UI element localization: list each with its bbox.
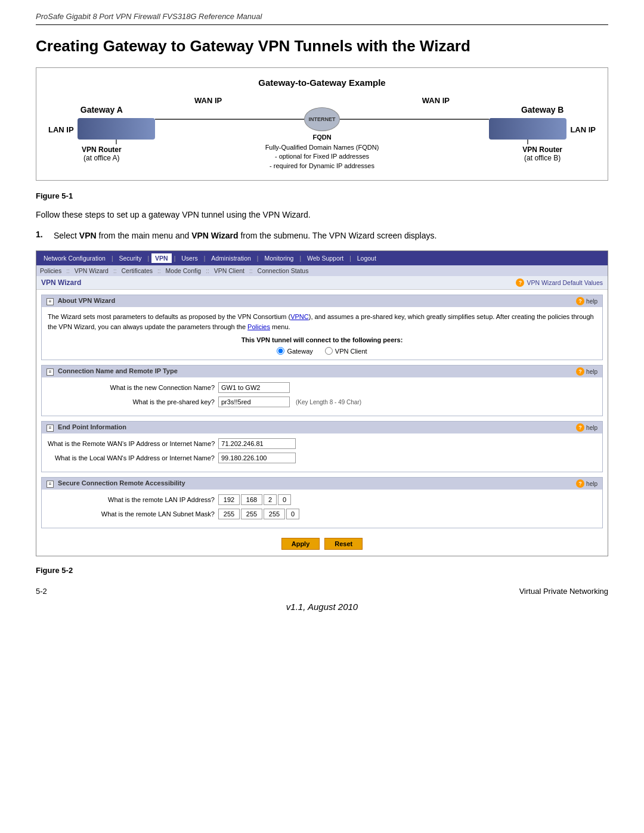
- router-a-desc: VPN Router: [82, 145, 122, 154]
- remote-subnet-oct3[interactable]: [264, 509, 285, 519]
- step-1: 1. Select VPN from the main menu and VPN…: [36, 230, 608, 242]
- key-hint: (Key Length 8 - 49 Char): [296, 399, 361, 405]
- nav-web-support[interactable]: Web Support: [304, 253, 347, 263]
- router-a-sub: (at office A): [83, 154, 119, 162]
- preshared-key-label: What is the pre-shared key?: [48, 398, 215, 405]
- remote-lan-ip-oct4[interactable]: [278, 494, 291, 505]
- remote-subnet-oct1[interactable]: [218, 509, 240, 519]
- about-section-title: About VPN Wizard: [58, 297, 115, 304]
- line-right: [340, 119, 489, 120]
- remote-lan-ip-oct3[interactable]: [264, 494, 277, 505]
- endpoint-help[interactable]: ? help: [576, 423, 597, 432]
- figure-2-label: Figure 5-2: [36, 566, 608, 575]
- remote-wan-row: What is the Remote WAN's IP Address or I…: [48, 438, 596, 449]
- remote-lan-ip-oct2[interactable]: [241, 494, 262, 505]
- diagram-middle: WAN IP WAN IP INTERNET FQDN Fully-Qualif…: [155, 96, 490, 171]
- nav-vpn[interactable]: VPN: [151, 253, 172, 263]
- nav-logout[interactable]: Logout: [354, 253, 380, 263]
- help-circle-icon-2: ?: [576, 367, 584, 376]
- section-icon: ≡: [47, 298, 54, 305]
- radio-gateway-input[interactable]: [277, 347, 284, 355]
- nav-users[interactable]: Users: [178, 253, 201, 263]
- section-icon-2: ≡: [47, 368, 54, 376]
- gateway-b-label: Gateway B: [521, 105, 564, 114]
- about-text: The Wizard sets most parameters to defau…: [48, 312, 596, 332]
- preshared-key-row: What is the pre-shared key? (Key Length …: [48, 397, 596, 407]
- help-circle-icon: ?: [576, 297, 584, 305]
- remote-lan-subnet-label: What is the remote LAN Subnet Mask?: [48, 510, 215, 518]
- nav-network-config[interactable]: Network Configuration: [40, 253, 109, 263]
- sub-nav: Policies :: VPN Wizard :: Certificates :…: [36, 265, 608, 276]
- remote-subnet-oct4[interactable]: [286, 509, 299, 519]
- connection-name-input[interactable]: [218, 382, 290, 393]
- vpnc-link[interactable]: VPNC: [290, 313, 309, 320]
- wan-ip-left: WAN IP: [194, 96, 222, 105]
- secure-help[interactable]: ? help: [576, 479, 597, 488]
- wan-ip-right: WAN IP: [422, 96, 450, 105]
- vpn-wizard-default-link[interactable]: ? VPN Wizard Default Values: [516, 278, 603, 287]
- step-1-number: 1.: [36, 230, 48, 242]
- subnav-certificates[interactable]: Certificates: [122, 267, 153, 274]
- connection-section-header: ≡ Connection Name and Remote IP Type ? h…: [42, 366, 602, 377]
- radio-vpnclient[interactable]: VPN Client: [325, 347, 367, 355]
- section-icon-3: ≡: [47, 425, 54, 432]
- subnav-vpn-wizard[interactable]: VPN Wizard: [75, 267, 109, 274]
- connection-name-row: What is the new Connection Name?: [48, 382, 596, 393]
- radio-row: Gateway VPN Client: [48, 347, 596, 355]
- help-circle-icon-3: ?: [576, 423, 584, 432]
- router-b-desc: VPN Router: [522, 145, 562, 154]
- connection-name-section: ≡ Connection Name and Remote IP Type ? h…: [41, 365, 603, 416]
- radio-vpnclient-label: VPN Client: [335, 348, 367, 355]
- footer-right: Virtual Private Networking: [519, 587, 608, 596]
- step-1-text: Select VPN from the main menu and VPN Wi…: [54, 230, 608, 242]
- remote-subnet-oct2[interactable]: [241, 509, 262, 519]
- subnav-connection-status[interactable]: Connection Status: [258, 267, 309, 274]
- footer-left: 5-2: [36, 587, 47, 596]
- remote-lan-ip-label: What is the remote LAN IP Address?: [48, 496, 215, 503]
- nav-monitoring[interactable]: Monitoring: [261, 253, 297, 263]
- line-left: [155, 119, 304, 120]
- secure-section: ≡ Secure Connection Remote Accessibility…: [41, 477, 603, 528]
- ui-screenshot: Network Configuration | Security | VPN |…: [36, 250, 608, 556]
- remote-lan-ip-row: What is the remote LAN IP Address?: [48, 494, 596, 505]
- subnav-mode-config[interactable]: Mode Config: [166, 267, 202, 274]
- nav-administration[interactable]: Administration: [208, 253, 255, 263]
- about-help[interactable]: ? help: [576, 297, 597, 305]
- local-wan-input[interactable]: [218, 453, 296, 463]
- section-icon-4: ≡: [47, 481, 54, 488]
- remote-lan-subnet-inputs: [218, 509, 299, 519]
- remote-lan-ip-oct1[interactable]: [218, 494, 240, 505]
- vpn-bold: VPN: [79, 231, 97, 240]
- radio-vpnclient-input[interactable]: [325, 347, 333, 355]
- help-circle-icon-4: ?: [576, 479, 584, 488]
- gateway-a-column: Gateway A LAN IP VPN Router (at office A…: [48, 105, 155, 162]
- connection-section-title: Connection Name and Remote IP Type: [58, 367, 178, 374]
- policies-link[interactable]: Policies: [247, 323, 270, 330]
- page-footer: 5-2 Virtual Private Networking: [36, 587, 608, 596]
- preshared-key-input[interactable]: [218, 397, 290, 407]
- remote-lan-ip-inputs: [218, 494, 291, 505]
- lan-ip-left: LAN IP: [48, 125, 74, 134]
- about-vpn-wizard-section: ≡ About VPN Wizard ? help The Wizard set…: [41, 295, 603, 360]
- remote-lan-subnet-row: What is the remote LAN Subnet Mask?: [48, 509, 596, 519]
- page-title: Creating Gateway to Gateway VPN Tunnels …: [36, 37, 608, 55]
- radio-gateway-label: Gateway: [287, 348, 312, 355]
- subnav-policies[interactable]: Policies: [40, 267, 61, 274]
- header-reference: ProSafe Gigabit 8 Port VPN Firewall FVS3…: [36, 12, 608, 25]
- radio-gateway[interactable]: Gateway: [277, 347, 312, 355]
- apply-button[interactable]: Apply: [281, 538, 320, 550]
- nav-security[interactable]: Security: [116, 253, 145, 263]
- peer-label: This VPN tunnel will connect to the foll…: [48, 336, 596, 343]
- gateway-a-label: Gateway A: [80, 105, 123, 114]
- subnav-vpn-client[interactable]: VPN Client: [214, 267, 244, 274]
- router-b-sub: (at office B): [524, 154, 561, 162]
- secure-section-title: Secure Connection Remote Accessibility: [58, 479, 185, 487]
- endpoint-section: ≡ End Point Information ? help What is t…: [41, 421, 603, 472]
- connection-name-label: What is the new Connection Name?: [48, 384, 215, 391]
- connection-help[interactable]: ? help: [576, 367, 597, 376]
- connection-section-body: What is the new Connection Name? What is…: [42, 377, 602, 416]
- reset-button[interactable]: Reset: [324, 538, 363, 550]
- remote-wan-label: What is the Remote WAN's IP Address or I…: [48, 440, 215, 447]
- secure-section-header: ≡ Secure Connection Remote Accessibility…: [42, 478, 602, 490]
- remote-wan-input[interactable]: [218, 438, 296, 449]
